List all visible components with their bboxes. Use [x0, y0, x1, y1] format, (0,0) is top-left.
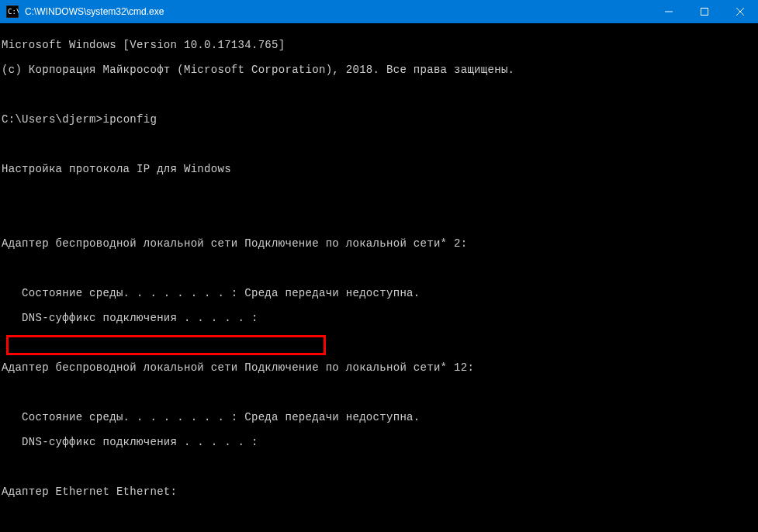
- terminal-output[interactable]: Microsoft Windows [Version 10.0.17134.76…: [0, 23, 758, 532]
- blank-line: [2, 212, 756, 225]
- dns-suffix: DNS-суффикс подключения . . . . . :: [2, 312, 756, 324]
- svg-text:C:\: C:\: [8, 8, 19, 16]
- blank-line: [2, 88, 756, 101]
- blank-line: [2, 461, 756, 473]
- cmd-icon: C:\: [6, 5, 19, 18]
- media-state: Состояние среды. . . . . . . . : Среда п…: [2, 287, 756, 299]
- version-line: Microsoft Windows [Version 10.0.17134.76…: [2, 39, 756, 51]
- blank-line: [2, 138, 756, 150]
- ipconfig-title: Настройка протокола IP для Windows: [2, 163, 756, 175]
- minimize-button[interactable]: [651, 0, 687, 23]
- window-controls: [651, 0, 758, 23]
- prompt-path: C:\Users\djerm>: [2, 113, 103, 126]
- blank-line: [2, 262, 756, 275]
- adapter-header: Адаптер Ethernet Ethernet:: [2, 485, 756, 498]
- window-title: C:\WINDOWS\system32\cmd.exe: [25, 6, 651, 17]
- blank-line: [2, 510, 756, 523]
- close-button[interactable]: [722, 0, 758, 23]
- media-state: Состояние среды. . . . . . . . : Среда п…: [2, 411, 756, 423]
- maximize-button[interactable]: [687, 0, 722, 23]
- adapter-header: Адаптер беспроводной локальной сети Подк…: [2, 361, 756, 374]
- blank-line: [2, 337, 756, 349]
- blank-line: [2, 386, 756, 399]
- blank-line: [2, 188, 756, 200]
- copyright-line: (c) Корпорация Майкрософт (Microsoft Cor…: [2, 64, 756, 76]
- prompt-line: C:\Users\djerm>ipconfig: [2, 113, 756, 126]
- prompt-command: ipconfig: [103, 113, 157, 126]
- adapter-header: Адаптер беспроводной локальной сети Подк…: [2, 237, 756, 250]
- window-titlebar: C:\ C:\WINDOWS\system32\cmd.exe: [0, 0, 758, 23]
- svg-rect-3: [701, 9, 708, 16]
- dns-suffix: DNS-суффикс подключения . . . . . :: [2, 436, 756, 448]
